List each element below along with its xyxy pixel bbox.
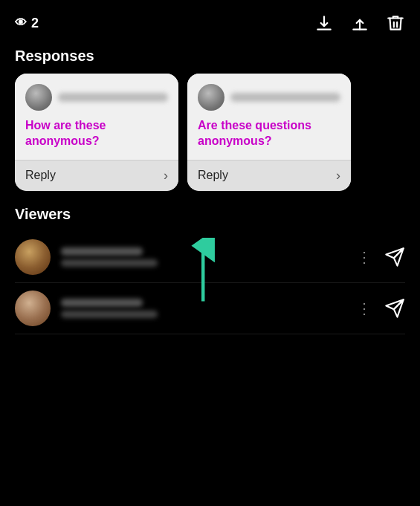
view-count: 2 [31,16,39,31]
more-options-icon-1[interactable]: ⋮ [357,248,372,266]
viewer-avatar-image-1 [15,239,51,275]
chevron-icon-2: › [336,168,340,184]
viewer-actions-1: ⋮ [357,247,405,267]
chevron-icon-1: › [164,168,168,184]
card-question-1: How are these anonymous? [25,118,168,149]
username-blur-1 [58,93,168,102]
viewers-section: Viewers ⋮ ⋮ [0,191,420,334]
avatar-image-1 [25,84,52,111]
viewer-item-1: ⋮ [15,232,405,283]
header: 👁 2 [0,0,420,42]
card-user-row-2 [198,84,340,111]
viewer-handle-blur-2 [61,311,158,318]
viewer-info-1 [61,247,346,267]
eye-icon: 👁 [15,16,27,30]
response-card-2: Are these questions anonymous? Reply › [187,74,351,191]
send-icon-1[interactable] [384,247,405,267]
viewers-section-title: Viewers [15,206,405,223]
viewer-name-blur-2 [61,299,143,307]
response-card-1: How are these anonymous? Reply › [15,74,178,191]
avatar-1 [25,84,52,111]
reply-label-2: Reply [198,169,228,182]
avatar-2 [198,84,224,111]
card-user-row-1 [25,84,168,111]
reply-button-2[interactable]: Reply › [187,160,351,191]
responses-row: How are these anonymous? Reply › Are the… [0,74,420,191]
view-count-section: 👁 2 [15,16,39,31]
viewer-avatar-1 [15,239,51,275]
send-icon-2[interactable] [384,298,405,319]
viewer-avatar-2 [15,291,51,326]
header-actions [314,13,405,33]
card-question-2: Are these questions anonymous? [198,118,340,149]
viewer-handle-blur-1 [61,259,158,267]
reply-button-1[interactable]: Reply › [15,160,178,191]
viewer-info-2 [61,299,346,318]
viewer-item-2: ⋮ [15,283,405,334]
reply-label-1: Reply [25,169,56,182]
more-options-icon-2[interactable]: ⋮ [357,299,372,317]
delete-icon[interactable] [386,13,405,33]
username-blur-2 [230,93,340,102]
download-icon[interactable] [314,13,334,33]
responses-section-title: Responses [0,42,420,74]
viewer-actions-2: ⋮ [357,298,405,319]
viewer-name-blur-1 [61,247,143,256]
viewer-avatar-image-2 [15,291,51,326]
avatar-image-2 [198,84,224,111]
share-icon[interactable] [350,13,369,33]
card-top-2: Are these questions anonymous? [187,74,351,160]
card-top-1: How are these anonymous? [15,74,178,160]
